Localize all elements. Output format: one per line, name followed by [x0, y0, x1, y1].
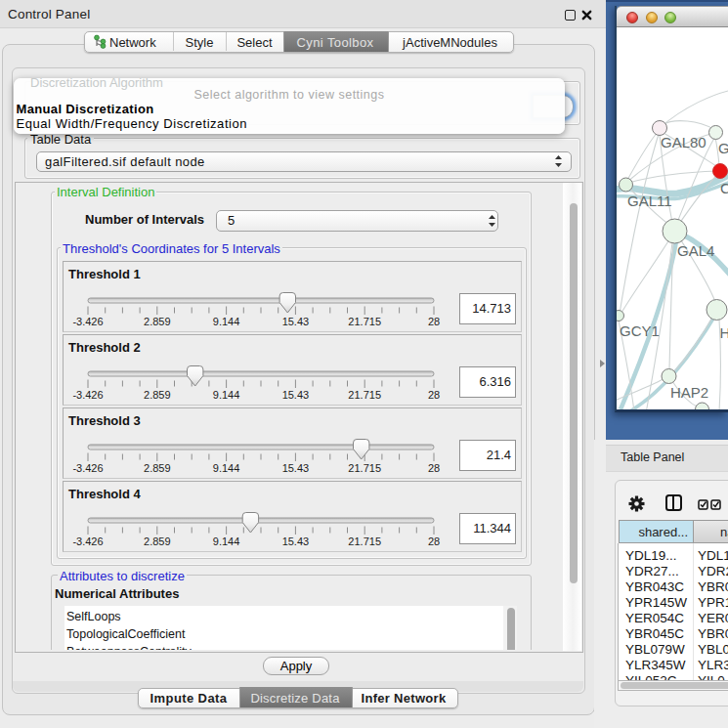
svg-text:GAL1: GAL1 — [718, 140, 728, 156]
svg-text:H: H — [720, 324, 728, 341]
svg-text:GAL4: GAL4 — [677, 242, 714, 259]
svg-text:HAP2: HAP2 — [670, 384, 708, 401]
svg-text:GAL11: GAL11 — [627, 193, 672, 209]
svg-text:GAL80: GAL80 — [661, 134, 707, 150]
svg-text:C: C — [720, 180, 728, 196]
svg-text:GCY1: GCY1 — [620, 322, 660, 339]
